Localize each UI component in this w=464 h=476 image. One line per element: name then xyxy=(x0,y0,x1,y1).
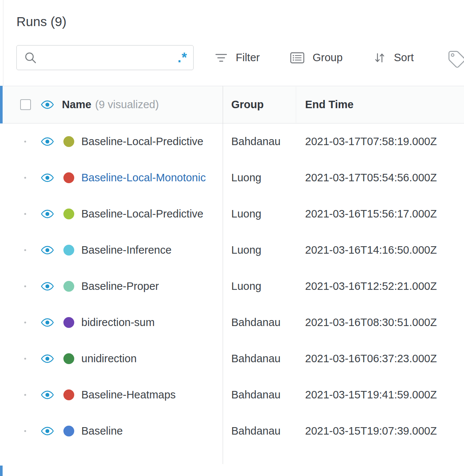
run-name-cell: Baseline-Proper xyxy=(0,280,223,292)
visibility-eye-icon[interactable] xyxy=(41,137,54,146)
drag-handle-dot[interactable] xyxy=(24,322,26,323)
column-header-name[interactable]: Name xyxy=(62,98,91,111)
run-color-dot[interactable] xyxy=(63,426,74,436)
drag-handle-dot[interactable] xyxy=(24,285,26,287)
run-name-link[interactable]: Baseline-Local-Predictive xyxy=(81,208,203,220)
search-icon xyxy=(24,51,37,64)
regex-toggle-icon[interactable]: .* xyxy=(178,51,187,65)
run-group: Luong xyxy=(231,208,305,220)
run-color-dot[interactable] xyxy=(63,245,74,256)
table-row[interactable]: Baseline-Heatmaps Bahdanau 2021-03-15T19… xyxy=(0,377,464,413)
visibility-eye-icon[interactable] xyxy=(41,173,54,182)
run-name-cell: Baseline-Local-Predictive xyxy=(0,135,223,148)
visibility-eye-icon[interactable] xyxy=(41,318,54,327)
drag-handle-dot[interactable] xyxy=(24,430,26,432)
filter-button[interactable]: Filter xyxy=(215,45,260,70)
table-row[interactable]: Baseline-Proper Luong 2021-03-16T12:52:2… xyxy=(0,268,464,304)
tag-icon[interactable] xyxy=(448,51,464,69)
run-name-link[interactable]: Baseline-Local-Monotonic xyxy=(81,172,206,184)
run-group: Luong xyxy=(231,280,305,292)
panel-left-border xyxy=(3,0,3,86)
table-row[interactable]: Baseline-Local-Predictive Bahdanau 2021-… xyxy=(0,123,464,160)
scroll-accent-top xyxy=(0,86,3,123)
select-all-checkbox[interactable] xyxy=(20,99,31,110)
run-name-cell: bidirection-sum xyxy=(0,316,223,329)
table-row[interactable]: Baseline-Local-Monotonic Luong 2021-03-1… xyxy=(0,160,464,196)
run-end-time: 2021-03-16T06:37:23.000Z xyxy=(305,353,464,365)
run-color-dot[interactable] xyxy=(63,172,74,183)
run-color-dot[interactable] xyxy=(63,389,74,400)
filter-label: Filter xyxy=(236,51,260,64)
table-header-row: Name (9 visualized) Group End Time xyxy=(0,86,464,123)
run-name-link[interactable]: Baseline-Heatmaps xyxy=(81,389,176,401)
run-group: Bahdanau xyxy=(231,316,305,329)
runs-panel: Runs (9) .* Filter xyxy=(0,0,464,476)
run-name-cell: Baseline xyxy=(0,425,223,437)
group-label: Group xyxy=(313,51,343,64)
run-name-cell: Baseline-Inference xyxy=(0,244,223,256)
table-row[interactable]: Baseline Bahdanau 2021-03-15T19:07:39.00… xyxy=(0,413,464,449)
run-color-dot[interactable] xyxy=(63,353,74,364)
column-header-group[interactable]: Group xyxy=(231,98,305,111)
run-name-link[interactable]: Baseline xyxy=(81,425,123,437)
visibility-all-eye-icon[interactable] xyxy=(41,100,54,109)
run-group: Bahdanau xyxy=(231,425,305,437)
run-name-cell: Baseline-Heatmaps xyxy=(0,389,223,401)
run-name-link[interactable]: bidirection-sum xyxy=(81,316,155,329)
drag-handle-dot[interactable] xyxy=(24,141,26,143)
run-color-dot[interactable] xyxy=(63,281,74,292)
run-color-dot[interactable] xyxy=(63,136,74,147)
run-group: Bahdanau xyxy=(231,135,305,148)
run-name-link[interactable]: Baseline-Local-Predictive xyxy=(81,135,203,148)
scroll-accent-bottom xyxy=(0,466,3,476)
run-end-time: 2021-03-15T19:41:59.000Z xyxy=(305,389,464,401)
visibility-eye-icon[interactable] xyxy=(41,391,54,399)
run-name-link[interactable]: Baseline-Inference xyxy=(81,244,172,256)
sort-button[interactable]: Sort xyxy=(374,45,414,70)
drag-handle-dot[interactable] xyxy=(24,249,26,251)
visibility-eye-icon[interactable] xyxy=(41,210,54,218)
column-divider-group-end xyxy=(296,87,296,123)
run-end-time: 2021-03-17T05:54:56.000Z xyxy=(305,172,464,184)
sort-label: Sort xyxy=(394,51,414,64)
run-name-cell: Baseline-Local-Predictive xyxy=(0,208,223,220)
table-row[interactable]: Baseline-Inference Luong 2021-03-16T14:1… xyxy=(0,232,464,268)
table-row[interactable]: Baseline-Local-Predictive Luong 2021-03-… xyxy=(0,196,464,232)
run-name-cell: Baseline-Local-Monotonic xyxy=(0,172,223,184)
run-group: Bahdanau xyxy=(231,353,305,365)
run-end-time: 2021-03-15T19:07:39.000Z xyxy=(305,425,464,437)
visibility-eye-icon[interactable] xyxy=(41,282,54,291)
run-end-time: 2021-03-16T08:30:51.000Z xyxy=(305,316,464,329)
run-end-time: 2021-03-16T14:16:50.000Z xyxy=(305,244,464,256)
header-name-cell: Name (9 visualized) xyxy=(0,98,223,111)
run-name-link[interactable]: Baseline-Proper xyxy=(81,280,159,292)
group-button[interactable]: Group xyxy=(290,45,343,70)
run-group: Bahdanau xyxy=(231,389,305,401)
sort-icon xyxy=(374,52,386,64)
run-end-time: 2021-03-16T15:56:17.000Z xyxy=(305,208,464,220)
column-resize-divider[interactable] xyxy=(223,86,223,464)
run-group: Luong xyxy=(231,172,305,184)
visualized-count: (9 visualized) xyxy=(95,98,159,111)
drag-handle-dot[interactable] xyxy=(24,177,26,179)
search-input[interactable] xyxy=(41,51,178,64)
drag-handle-dot[interactable] xyxy=(24,358,26,360)
run-name-link[interactable]: unidirection xyxy=(81,353,137,365)
runs-rows: Baseline-Local-Predictive Bahdanau 2021-… xyxy=(0,123,464,449)
table-row[interactable]: unidirection Bahdanau 2021-03-16T06:37:2… xyxy=(0,341,464,377)
table-row[interactable]: bidirection-sum Bahdanau 2021-03-16T08:3… xyxy=(0,304,464,341)
run-end-time: 2021-03-16T12:52:21.000Z xyxy=(305,280,464,292)
drag-handle-dot[interactable] xyxy=(24,213,26,215)
visibility-eye-icon[interactable] xyxy=(41,354,54,363)
drag-handle-dot[interactable] xyxy=(24,394,26,396)
page-title: Runs (9) xyxy=(16,14,66,29)
run-color-dot[interactable] xyxy=(63,209,74,219)
filter-icon xyxy=(215,53,228,63)
column-header-end-time[interactable]: End Time xyxy=(305,98,464,111)
group-icon xyxy=(290,52,304,63)
run-end-time: 2021-03-17T07:58:19.000Z xyxy=(305,135,464,148)
run-color-dot[interactable] xyxy=(63,317,74,328)
visibility-eye-icon[interactable] xyxy=(41,246,54,254)
runs-search-box[interactable]: .* xyxy=(16,45,194,70)
visibility-eye-icon[interactable] xyxy=(41,427,54,435)
